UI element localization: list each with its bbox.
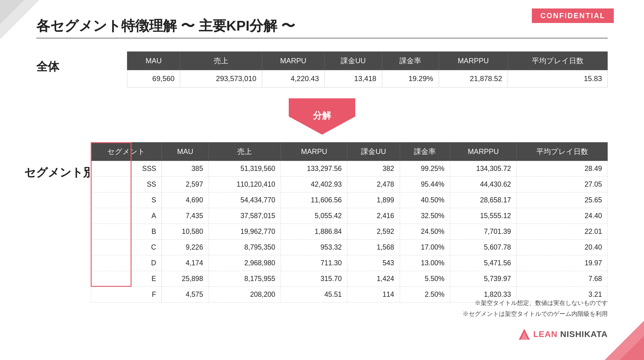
- seg-cell-0-6: 134,305.72: [450, 161, 516, 177]
- seg-cell-4-4: 2,592: [347, 224, 400, 240]
- overall-kakin-ritsu-value: 19.29%: [382, 70, 439, 87]
- overall-data-row: 69,560 293,573,010 4,220.43 13,418 19.29…: [127, 70, 608, 87]
- seg-cell-3-5: 32.50%: [400, 208, 450, 224]
- seg-cell-5-7: 20.40: [517, 240, 608, 255]
- seg-cell-2-2: 54,434,770: [209, 192, 281, 208]
- seg-cell-2-5: 40.50%: [400, 192, 450, 208]
- seg-cell-5-3: 953.32: [281, 240, 347, 255]
- arrow-container: 分解: [0, 98, 644, 135]
- seg-cell-2-3: 11,606.56: [281, 192, 347, 208]
- seg-cell-1-1: 2,597: [162, 177, 209, 192]
- seg-col-marppu: MARPPU: [450, 142, 516, 161]
- confidential-badge: CONFIDENTIAL: [532, 8, 614, 23]
- segment-row-1: SS2,597110,120,41042,402.932,47895.44%44…: [91, 177, 608, 192]
- seg-cell-5-0: C: [91, 240, 162, 255]
- seg-cell-5-6: 5,607.78: [450, 240, 516, 255]
- seg-cell-2-7: 25.65: [517, 192, 608, 208]
- seg-col-marpu: MARPU: [281, 142, 347, 161]
- overall-mau-value: 69,560: [127, 70, 180, 87]
- overall-table-container: MAU 売上 MARPU 課金UU 課金率 MARPPU 平均プレイ日数 69,…: [127, 51, 608, 87]
- seg-cell-1-2: 110,120,410: [209, 177, 281, 192]
- seg-cell-6-0: D: [91, 255, 162, 271]
- segment-row-6: D4,1742,968,980711.3054313.00%5,471.5619…: [91, 255, 608, 271]
- seg-col-play-days: 平均プレイ日数: [517, 142, 608, 161]
- seg-cell-2-4: 1,899: [347, 192, 400, 208]
- seg-cell-0-4: 382: [347, 161, 400, 177]
- seg-cell-1-3: 42,402.93: [281, 177, 347, 192]
- segment-row-0: SSS38551,319,560133,297.5638299.25%134,3…: [91, 161, 608, 177]
- overall-col-uriage: 売上: [180, 52, 262, 70]
- seg-cell-2-6: 28,658.17: [450, 192, 516, 208]
- seg-cell-0-3: 133,297.56: [281, 161, 347, 177]
- seg-cell-6-3: 711.30: [281, 255, 347, 271]
- seg-cell-8-3: 45.51: [281, 287, 347, 303]
- segment-table: セグメント MAU 売上 MARPU 課金UU 課金率 MARPPU 平均プレイ…: [91, 142, 608, 303]
- overall-col-marppu: MARPPU: [439, 52, 508, 70]
- segment-row-7: E25,8988,175,955315.701,4245.50%5,739.97…: [91, 271, 608, 287]
- seg-cell-7-0: E: [91, 271, 162, 287]
- seg-cell-3-4: 2,416: [347, 208, 400, 224]
- overall-col-marpu: MARPU: [262, 52, 324, 70]
- footer-notes: ※架空タイトル想定、数値は実在しないものです ※セグメントは架空タイトルでのゲー…: [463, 297, 608, 319]
- lean-nishikata-icon: [518, 328, 530, 340]
- seg-cell-4-6: 7,701.39: [450, 224, 516, 240]
- seg-cell-8-0: F: [91, 287, 162, 303]
- segment-label: セグメント別: [24, 165, 95, 180]
- seg-cell-4-7: 22.01: [517, 224, 608, 240]
- overall-marpu-value: 4,220.43: [262, 70, 324, 87]
- overall-table: MAU 売上 MARPU 課金UU 課金率 MARPPU 平均プレイ日数 69,…: [127, 51, 608, 87]
- seg-cell-4-3: 1,886.84: [281, 224, 347, 240]
- seg-cell-3-1: 7,435: [162, 208, 209, 224]
- seg-cell-1-5: 95.44%: [400, 177, 450, 192]
- seg-cell-4-5: 24.50%: [400, 224, 450, 240]
- seg-cell-7-5: 5.50%: [400, 271, 450, 287]
- segment-row-5: C9,2268,795,350953.321,56817.00%5,607.78…: [91, 240, 608, 255]
- seg-col-segment: セグメント: [91, 142, 162, 161]
- seg-cell-4-2: 19,962,770: [209, 224, 281, 240]
- seg-cell-6-6: 5,471.56: [450, 255, 516, 271]
- seg-cell-7-3: 315.70: [281, 271, 347, 287]
- seg-cell-4-1: 10,580: [162, 224, 209, 240]
- overall-col-play-days: 平均プレイ日数: [508, 52, 607, 70]
- seg-cell-0-0: SSS: [91, 161, 162, 177]
- segment-table-container: セグメント MAU 売上 MARPU 課金UU 課金率 MARPPU 平均プレイ…: [91, 142, 608, 303]
- overall-col-kakin-uu: 課金UU: [324, 52, 382, 70]
- segment-table-header-row: セグメント MAU 売上 MARPU 課金UU 課金率 MARPPU 平均プレイ…: [91, 142, 608, 161]
- seg-cell-1-7: 27.05: [517, 177, 608, 192]
- seg-cell-0-1: 385: [162, 161, 209, 177]
- seg-cell-1-4: 2,478: [347, 177, 400, 192]
- seg-cell-8-1: 4,575: [162, 287, 209, 303]
- seg-col-kakin-uu: 課金UU: [347, 142, 400, 161]
- seg-cell-2-0: S: [91, 192, 162, 208]
- seg-col-mau: MAU: [162, 142, 209, 161]
- seg-cell-7-7: 7.68: [517, 271, 608, 287]
- footer-note1: ※架空タイトル想定、数値は実在しないものです: [463, 297, 608, 308]
- segment-row-4: B10,58019,962,7701,886.842,59224.50%7,70…: [91, 224, 608, 240]
- deco-top-left: [0, 0, 39, 39]
- seg-cell-2-1: 4,690: [162, 192, 209, 208]
- seg-cell-5-4: 1,568: [347, 240, 400, 255]
- seg-cell-0-5: 99.25%: [400, 161, 450, 177]
- seg-cell-6-7: 19.97: [517, 255, 608, 271]
- logo-text: LEAN NISHIKATA: [533, 329, 608, 339]
- seg-cell-3-3: 5,055.42: [281, 208, 347, 224]
- seg-col-kakin-ritsu: 課金率: [400, 142, 450, 161]
- seg-cell-6-5: 13.00%: [400, 255, 450, 271]
- decompose-arrow: 分解: [289, 98, 355, 135]
- overall-play-days-value: 15.83: [508, 70, 607, 87]
- seg-cell-8-4: 114: [347, 287, 400, 303]
- seg-cell-6-2: 2,968,980: [209, 255, 281, 271]
- title-divider: [36, 38, 608, 38]
- seg-cell-8-2: 208,200: [209, 287, 281, 303]
- seg-cell-7-1: 25,898: [162, 271, 209, 287]
- overall-col-mau: MAU: [127, 52, 180, 70]
- seg-cell-1-0: SS: [91, 177, 162, 192]
- seg-cell-6-1: 4,174: [162, 255, 209, 271]
- seg-cell-4-0: B: [91, 224, 162, 240]
- overall-col-kakin-ritsu: 課金率: [382, 52, 439, 70]
- seg-cell-3-0: A: [91, 208, 162, 224]
- logo-container: LEAN NISHIKATA: [518, 328, 608, 340]
- overall-kakin-uu-value: 13,418: [324, 70, 382, 87]
- seg-cell-5-2: 8,795,350: [209, 240, 281, 255]
- overall-marppu-value: 21,878.52: [439, 70, 508, 87]
